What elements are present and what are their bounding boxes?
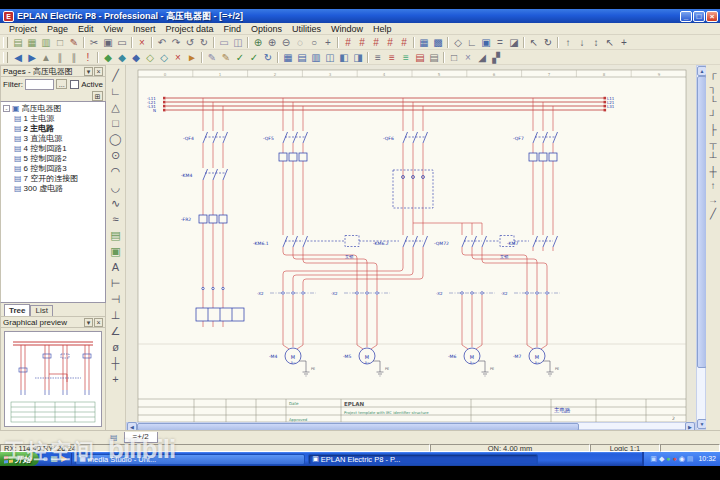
device-cyan-icon[interactable]: ◇ [157,51,171,64]
report-red-icon[interactable]: ▤ [413,51,427,64]
page-back-icon[interactable]: ◀ [11,51,25,64]
menu-view[interactable]: View [99,24,128,34]
ie-icon[interactable]: e [43,454,47,464]
filter-browse-button[interactable]: ... [56,79,67,89]
report-gray-icon[interactable]: ▤ [427,51,441,64]
tree-page-item[interactable]: ▤3 直流电源 [1,133,105,143]
check-project-icon[interactable]: ✓ [233,51,247,64]
table-report-icon[interactable]: ▦ [281,51,295,64]
check-page-icon[interactable]: ✓ [247,51,261,64]
open-project-icon[interactable]: ▤ [11,36,25,49]
corner-top-right-icon[interactable]: ┐ [707,81,720,95]
interrupt-icon[interactable]: ∥ [53,51,67,64]
t-node-top-icon[interactable]: ┬ [707,137,720,151]
media-player-icon[interactable]: ▶ [61,454,67,464]
redo-list-icon[interactable]: ↻ [197,36,211,49]
menu-project[interactable]: Project [4,24,42,34]
stop-icon[interactable]: ! [81,51,95,64]
copy-icon[interactable]: ▣ [101,36,115,49]
tree-page-item[interactable]: ▤6 控制回路3 [1,163,105,173]
toolbar-grip[interactable] [3,37,8,48]
layer-icon[interactable]: □ [447,51,461,64]
vertical-scrollbar[interactable]: ▲ ▼ [696,65,706,430]
image-frame-tool-icon[interactable]: ▣ [108,243,124,259]
snap-icon[interactable]: ◇ [451,36,465,49]
insert-symbol-icon[interactable]: ⊕ [251,36,265,49]
new-project-icon[interactable]: ▦ [25,36,39,49]
redo-icon[interactable]: ↷ [169,36,183,49]
dimension-linear-icon[interactable]: ⊢ [108,275,124,291]
schematic-canvas[interactable]: 0123456789-L11-L21-L31NL11L21L31-QF4-KM4… [126,65,696,422]
menu-utilities[interactable]: Utilities [287,24,326,34]
preview-close-icon[interactable]: × [94,318,103,327]
close-button[interactable]: × [706,11,718,22]
panel-dropdown-icon[interactable]: ▾ [84,67,93,76]
filter-combo[interactable] [25,79,54,90]
messenger-tray-icon[interactable]: ● [673,455,677,463]
preview-dropdown-icon[interactable]: ▾ [84,318,93,327]
menu-project-data[interactable]: Project data [160,24,218,34]
preview-image[interactable] [4,331,102,427]
graphic-grid-icon[interactable]: ▦ [417,36,431,49]
coordinate-tool-icon[interactable]: ┼ [108,355,124,371]
menu-edit[interactable]: Edit [73,24,99,34]
list-ok-icon[interactable]: ≡ [399,51,413,64]
horizontal-scrollbar[interactable]: ◀ ▶ [126,422,696,430]
pages-tab-list[interactable]: List [30,305,52,316]
corner-bottom-left-icon[interactable]: └ [707,95,720,109]
dimension-angle-icon[interactable]: ∠ [108,323,124,339]
navigator-cables-icon[interactable]: ◧ [337,51,351,64]
edit-properties-icon[interactable]: ✎ [219,51,233,64]
device-flag-icon[interactable]: ► [185,51,199,64]
break-point-icon[interactable]: ╱ [707,207,720,221]
tree-page-item[interactable]: ▤300 虚电路 [1,183,105,193]
image-tool-icon[interactable]: ▤ [108,227,124,243]
page-forward-icon[interactable]: ▶ [25,51,39,64]
cross-node-icon[interactable]: ┼ [707,165,720,179]
graphic-view-icon[interactable]: ▩ [431,36,445,49]
page-up-icon[interactable]: ▲ [39,51,53,64]
hatch-icon[interactable]: ▞ [489,51,503,64]
device-blue-icon[interactable]: ◆ [129,51,143,64]
tree-page-item[interactable]: ▤5 控制回路2 [1,153,105,163]
new-page-icon[interactable]: □ [53,36,67,49]
align-down-icon[interactable]: ↓ [575,36,589,49]
pause-icon[interactable]: ∥ [67,51,81,64]
taskbar-task[interactable]: ▦media Studio - Unt... [75,454,305,465]
edit-page-icon[interactable]: ✎ [205,51,219,64]
maximize-button[interactable]: □ [693,11,705,22]
text-tool-icon[interactable]: A [108,259,124,275]
polyline-tool-icon[interactable]: ∟ [108,83,124,99]
tree-page-item[interactable]: ▤2 主电路 [1,123,105,133]
spline-tool-icon[interactable]: ∿ [108,195,124,211]
grid-medium-icon[interactable]: # [355,36,369,49]
device-outline-icon[interactable]: ◇ [143,51,157,64]
table-parts-icon[interactable]: ▤ [295,51,309,64]
toolbar-grip[interactable] [3,52,8,63]
network-tray-icon[interactable]: ▤ [687,455,694,463]
tree-root-project[interactable]: -▣高压电器图 [1,103,105,113]
connection-up-icon[interactable]: ↑ [707,179,720,193]
menu-window[interactable]: Window [326,24,368,34]
menu-help[interactable]: Help [368,24,397,34]
connection-right-icon[interactable]: → [707,193,720,207]
preview-panel-header[interactable]: Graphical preview ▾ × [0,316,106,328]
navigator-plc-icon[interactable]: ◨ [351,51,365,64]
arc-center-tool-icon[interactable]: ◡ [108,179,124,195]
list-all-icon[interactable]: ≡ [371,51,385,64]
dimension-baseline-icon[interactable]: ⊥ [108,307,124,323]
pages-expand-button[interactable]: ⊞ [92,91,103,101]
menu-find[interactable]: Find [218,24,246,34]
paste-icon[interactable]: ▭ [115,36,129,49]
device-teal-icon[interactable]: ◆ [115,51,129,64]
start-button[interactable]: 开始 [0,452,39,466]
tree-expander-icon[interactable]: - [3,105,10,112]
zoom-out-icon[interactable]: ⊖ [279,36,293,49]
rotate-icon[interactable]: ↻ [541,36,555,49]
tree-page-item[interactable]: ▤1 主电源 [1,113,105,123]
grid-off-icon[interactable]: # [397,36,411,49]
undo-icon[interactable]: ↶ [155,36,169,49]
delete-icon[interactable]: × [135,36,149,49]
curve-tool-icon[interactable]: ≈ [108,211,124,227]
print-icon[interactable]: ✎ [67,36,81,49]
